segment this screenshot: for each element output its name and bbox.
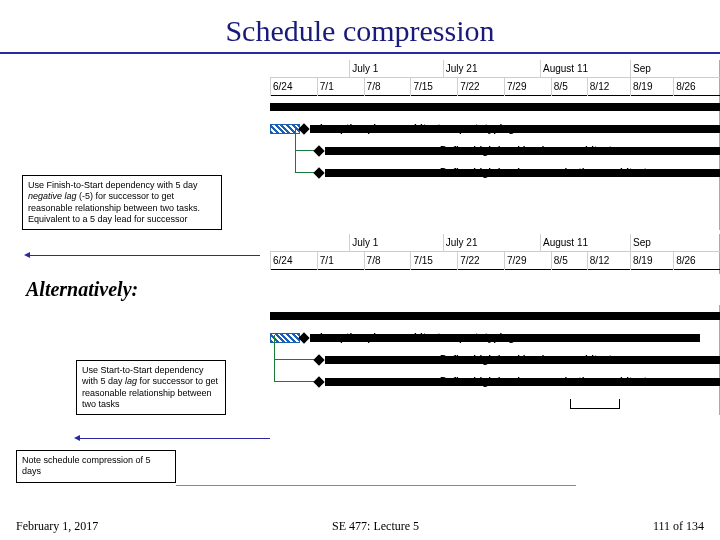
- task-label: Define high-level hardware architecture: [440, 354, 627, 365]
- timeline-tick: Sep: [630, 60, 651, 78]
- callout-compression-note: Note schedule compression of 5 days: [16, 450, 176, 483]
- footer-page: 111 of 134: [653, 519, 704, 534]
- timeline-tick: 7/22: [457, 78, 479, 96]
- timeline-tick: 6/24: [270, 252, 292, 270]
- arrow-head-icon: [24, 252, 30, 258]
- timeline-tick: 7/8: [364, 252, 381, 270]
- compression-bracket: [570, 399, 620, 409]
- timeline-tick: 7/29: [504, 78, 526, 96]
- title-rule: [0, 52, 720, 54]
- timeline-tick: July 21: [443, 60, 478, 78]
- gantt-chart-bottom: Inception phase architecture prototyping…: [270, 305, 720, 415]
- callout-ss-lag: Use Start-to-Start dependency with 5 day…: [76, 360, 226, 415]
- timeline-tick: 8/5: [551, 252, 568, 270]
- timeline-tick: 8/26: [673, 252, 695, 270]
- timeline-tick: July 1: [349, 60, 378, 78]
- timeline-tick: 7/15: [410, 78, 432, 96]
- footer-date: February 1, 2017: [16, 519, 98, 534]
- callout-connector: [176, 485, 576, 486]
- arrow-head-icon: [74, 435, 80, 441]
- timeline-tick: 8/19: [630, 78, 652, 96]
- footer-course: SE 477: Lecture 5: [332, 519, 419, 534]
- timeline-tick: August 11: [540, 60, 588, 78]
- timeline-header-mid: July 1July 21August 11Sep 6/247/17/87/15…: [270, 234, 720, 274]
- timeline-tick: Sep: [630, 234, 651, 252]
- timeline-tick: 8/5: [551, 78, 568, 96]
- timeline-tick: 8/26: [673, 78, 695, 96]
- slide-footer: February 1, 2017 SE 477: Lecture 5 111 o…: [0, 519, 720, 534]
- timeline-tick: 7/1: [317, 252, 334, 270]
- timeline-tick: 7/15: [410, 252, 432, 270]
- timeline-tick: 7/8: [364, 78, 381, 96]
- timeline-tick: 7/22: [457, 252, 479, 270]
- gantt-chart-top: July 1July 21August 11Sep 6/247/17/87/15…: [270, 60, 720, 230]
- task-label: Define high-level communications archite…: [440, 376, 662, 387]
- timeline-tick: 6/24: [270, 78, 292, 96]
- timeline-tick: 8/12: [587, 252, 609, 270]
- timeline-tick: 7/29: [504, 252, 526, 270]
- timeline-tick: 8/19: [630, 252, 652, 270]
- task-label: Define high-level communications archite…: [440, 167, 662, 178]
- task-label: Inception phase architecture prototyping: [320, 123, 514, 134]
- timeline-header-top: July 1July 21August 11Sep 6/247/17/87/15…: [270, 60, 720, 96]
- alt-heading: Alternatively:: [0, 274, 720, 305]
- slide-title: Schedule compression: [0, 0, 720, 52]
- timeline-tick: August 11: [540, 234, 588, 252]
- task-label: Define high-level hardware architecture: [440, 145, 627, 156]
- callout-arrow: [80, 438, 270, 439]
- task-label: Inception phase architecture prototyping: [320, 332, 514, 343]
- timeline-tick: 7/1: [317, 78, 334, 96]
- callout-fs-negative-lag: Use Finish-to-Start dependency with 5 da…: [22, 175, 222, 230]
- timeline-tick: July 21: [443, 234, 478, 252]
- timeline-tick: July 1: [349, 234, 378, 252]
- callout-arrow: [30, 255, 260, 256]
- timeline-tick: 8/12: [587, 78, 609, 96]
